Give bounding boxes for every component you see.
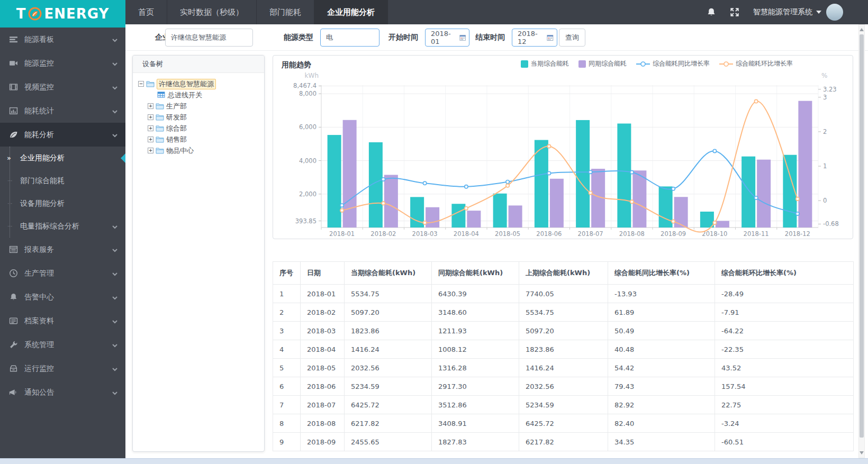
horizontal-scrollbar[interactable] xyxy=(0,458,868,464)
table-cell: 6 xyxy=(273,377,301,396)
bar-0-8 xyxy=(659,186,673,228)
table-cell: 4 xyxy=(273,340,301,359)
legend-label: 综合能耗同比增长率 xyxy=(653,59,710,68)
legend-item[interactable]: 当期综合能耗 xyxy=(521,59,569,68)
nav-tab[interactable]: 企业用能分析 xyxy=(314,0,388,24)
tree-node-label: 研发部 xyxy=(166,113,187,122)
calendar-icon xyxy=(547,34,554,41)
company-select[interactable]: 许继信息智慧能源 xyxy=(165,29,253,47)
tree-node[interactable]: −许继信息智慧能源 xyxy=(133,78,264,89)
start-time-input[interactable]: 2018-01 xyxy=(425,29,469,47)
legend-item[interactable]: 综合能耗同比增长率 xyxy=(636,59,710,68)
legend-bar-swatch xyxy=(521,60,528,68)
table-cell: 6430.39 xyxy=(432,285,519,303)
vertical-scrollbar-thumb[interactable] xyxy=(860,34,864,438)
table-cell: 6425.72 xyxy=(519,414,608,433)
energy-type-select[interactable]: 电 xyxy=(320,29,379,47)
sidebar-subitem[interactable]: ⋯电量指标综合分析 xyxy=(0,215,125,238)
table-cell: 5534.75 xyxy=(345,285,432,303)
legend-label: 同期综合能耗 xyxy=(589,59,627,68)
table-row: 72018-076425.723512.865234.5982.9222.75 xyxy=(273,396,854,414)
system-menu[interactable]: 智慧能源管理系统 xyxy=(753,7,821,17)
avatar[interactable] xyxy=(826,4,843,21)
sidebar-item[interactable]: 生产管理 xyxy=(0,261,125,285)
tree-expander-icon[interactable]: + xyxy=(148,125,153,131)
tree-expander-icon[interactable]: + xyxy=(148,114,153,120)
scroll-up-arrow-icon[interactable] xyxy=(859,26,864,33)
meter-grid-icon xyxy=(157,92,166,98)
tree-node[interactable]: +销售部 xyxy=(133,134,264,145)
sidebar-item[interactable]: 运行监控 xyxy=(0,357,125,380)
sidebar-item-label: 能源看板 xyxy=(24,35,112,44)
fullscreen-icon[interactable] xyxy=(730,7,739,17)
sidebar-item[interactable]: 能耗分析 xyxy=(0,123,125,147)
folder-icon xyxy=(156,103,164,110)
sidebar-item[interactable]: 档案资料 xyxy=(0,309,125,333)
nav-tab[interactable]: 部门能耗 xyxy=(257,0,314,24)
svg-text:%: % xyxy=(821,72,827,79)
sidebar-subitem[interactable]: ⋯设备用能分析 xyxy=(0,192,125,215)
table-cell: 1316.28 xyxy=(432,359,519,377)
query-button[interactable]: 查询 xyxy=(559,29,585,47)
bar-0-6 xyxy=(576,120,590,228)
chart-legend: 当期综合能耗同期综合能耗综合能耗同比增长率综合能耗环比增长率 xyxy=(521,59,793,68)
table-cell: 79.43 xyxy=(608,377,715,396)
sidebar-subitem-label: 设备用能分析 xyxy=(20,199,65,208)
table-header-cell: 同期综合能耗(kWh) xyxy=(432,262,519,285)
tree-node[interactable]: +研发部 xyxy=(133,112,264,123)
sidebar-item[interactable]: 报表服务 xyxy=(0,238,125,261)
tree-node[interactable]: +综合部 xyxy=(133,123,264,134)
table-cell: 1827.83 xyxy=(432,433,519,451)
sidebar-item-label: 档案资料 xyxy=(24,316,112,326)
table-cell: -13.93 xyxy=(608,285,715,303)
archive-icon xyxy=(9,316,18,325)
legend-item[interactable]: 综合能耗环比增长率 xyxy=(719,59,793,68)
bar-0-10 xyxy=(742,157,755,228)
top-header-bar: 首页实时数据（秒级）部门能耗企业用能分析 智慧能源管理系统 xyxy=(0,0,868,24)
tree-dots: ⋯ xyxy=(7,223,13,229)
table-cell: 2032.56 xyxy=(519,377,608,396)
table-cell: 40.48 xyxy=(608,340,715,359)
sidebar-subitem[interactable]: ⋯部门综合能耗 xyxy=(0,169,125,192)
end-time-label: 结束时间 xyxy=(475,24,505,51)
svg-text:2018-07: 2018-07 xyxy=(578,230,603,238)
sidebar-item[interactable]: 视频监控 xyxy=(0,75,125,99)
megaphone-icon xyxy=(9,388,18,397)
tree-expander-icon[interactable]: + xyxy=(148,137,153,142)
sidebar-item[interactable]: 通知公告 xyxy=(0,380,125,404)
logo-text-left: T xyxy=(16,6,26,22)
legend-line-swatch xyxy=(636,61,650,67)
sidebar-item[interactable]: 能源监控 xyxy=(0,51,125,75)
end-time-input[interactable]: 2018-12 xyxy=(512,29,557,47)
tree-node[interactable]: +物品中心 xyxy=(133,145,264,156)
vertical-scrollbar[interactable] xyxy=(858,24,865,458)
tree-expander-icon[interactable]: + xyxy=(148,148,153,153)
scroll-down-arrow-icon[interactable] xyxy=(859,449,864,457)
nav-tab[interactable]: 实时数据（秒级） xyxy=(167,0,257,24)
legend-item[interactable]: 同期综合能耗 xyxy=(578,59,627,68)
sidebar-item[interactable]: 能耗统计 xyxy=(0,99,125,123)
sidebar-item-label: 报表服务 xyxy=(24,245,112,254)
tree-node[interactable]: +生产部 xyxy=(133,101,264,112)
sidebar-item[interactable]: 系统管理 xyxy=(0,333,125,357)
chevron-down-icon xyxy=(112,342,118,348)
tree-node-label: 物品中心 xyxy=(166,146,194,156)
svg-text:8,000: 8,000 xyxy=(299,90,317,97)
tree-node[interactable]: 总进线开关 xyxy=(133,89,264,101)
table-row: 12018-015534.756430.397740.05-13.93-28.4… xyxy=(273,285,854,303)
svg-text:kWh: kWh xyxy=(305,72,319,79)
sidebar-item[interactable]: 告警中心 xyxy=(0,285,125,309)
table-cell: 3408.91 xyxy=(432,414,519,433)
sidebar-item[interactable]: 能源看板 xyxy=(0,28,125,51)
table-header-cell: 日期 xyxy=(301,262,345,285)
table-cell: 2018-02 xyxy=(301,303,345,322)
tree-expander-icon[interactable]: + xyxy=(148,103,153,109)
notification-bell-icon[interactable] xyxy=(707,7,716,17)
table-cell: 1416.24 xyxy=(345,340,432,359)
chevron-down-icon xyxy=(816,11,821,14)
tree-expander-icon[interactable]: − xyxy=(138,81,144,87)
chevron-down-icon xyxy=(112,84,118,90)
sidebar-subitem[interactable]: »企业用能分析 xyxy=(0,147,125,169)
bar-0-3 xyxy=(451,204,465,228)
nav-tab[interactable]: 首页 xyxy=(125,0,167,24)
